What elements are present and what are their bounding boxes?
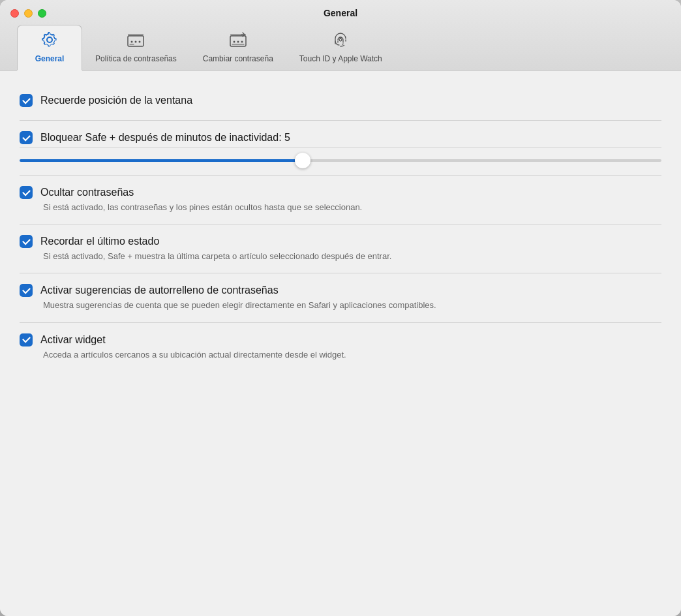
label-autofill: Activar sugerencias de autorrelleno de c… [40, 285, 279, 296]
svg-point-10 [339, 38, 342, 41]
svg-point-4 [139, 41, 141, 43]
setting-autofill-main: Activar sugerencias de autorrelleno de c… [20, 284, 661, 297]
setting-remember-position-main: Recuerde posición de la ventana [20, 94, 661, 107]
checkbox-autofill[interactable] [20, 284, 33, 297]
label-hide-passwords: Ocultar contraseñas [40, 187, 134, 198]
label-widget: Activar widget [40, 334, 106, 346]
setting-widget-main: Activar widget [20, 333, 661, 346]
tab-general-label: General [35, 54, 65, 63]
tab-general[interactable]: General [17, 25, 82, 70]
svg-point-7 [233, 41, 235, 43]
toolbar: General Política de contraseñas [10, 25, 671, 70]
window-title: General [324, 8, 357, 18]
label-lock-after: Bloquear Safe + después de minutos de in… [40, 132, 290, 144]
svg-point-2 [131, 41, 133, 43]
inactivity-slider[interactable] [20, 159, 661, 162]
setting-widget: Activar widget Acceda a artículos cercan… [20, 323, 661, 371]
checkbox-hide-passwords[interactable] [20, 186, 33, 199]
svg-rect-1 [128, 34, 144, 36]
password-policy-icon [126, 31, 145, 52]
tab-touch-id[interactable]: Touch ID y Apple Watch [286, 25, 395, 70]
setting-remember-position: Recuerde posición de la ventana [20, 84, 661, 121]
desc-hide-passwords: Si está activado, las contraseñas y los … [43, 202, 661, 213]
traffic-lights [10, 9, 46, 18]
change-password-icon [228, 31, 248, 52]
minimize-button[interactable] [24, 9, 33, 18]
svg-point-8 [237, 41, 239, 43]
tab-touch-id-label: Touch ID y Apple Watch [299, 54, 382, 63]
desc-widget: Acceda a artículos cercanos a su ubicaci… [43, 349, 661, 361]
desc-remember-state: Si está activado, Safe + muestra la últi… [43, 251, 661, 262]
setting-autofill: Activar sugerencias de autorrelleno de c… [20, 273, 661, 322]
title-bar: General General [0, 0, 681, 70]
checkbox-lock-after[interactable] [20, 131, 33, 144]
setting-lock-after-main: Bloquear Safe + después de minutos de in… [20, 131, 661, 144]
svg-point-9 [241, 41, 243, 43]
setting-remember-state-main: Recordar el último estado [20, 235, 661, 248]
main-window: General General [0, 0, 681, 616]
tab-change-password[interactable]: Cambiar contraseña [190, 25, 286, 70]
checkbox-remember-state[interactable] [20, 235, 33, 248]
svg-point-3 [135, 41, 137, 43]
settings-content: Recuerde posición de la ventana Bloquear… [0, 70, 681, 616]
maximize-button[interactable] [38, 9, 46, 18]
tab-password-policy[interactable]: Política de contraseñas [82, 25, 190, 70]
tab-password-policy-label: Política de contraseñas [95, 54, 177, 63]
setting-lock-after: Bloquear Safe + después de minutos de in… [20, 121, 661, 147]
setting-hide-passwords-main: Ocultar contraseñas [20, 186, 661, 199]
tab-change-password-label: Cambiar contraseña [203, 54, 273, 63]
slider-row [20, 147, 661, 176]
label-remember-position: Recuerde posición de la ventana [40, 95, 192, 106]
label-remember-state: Recordar el último estado [40, 236, 159, 247]
desc-autofill: Muestra sugerencias de cuenta que se pue… [43, 300, 661, 311]
close-button[interactable] [10, 9, 19, 18]
slider-container [20, 153, 661, 164]
checkbox-remember-position[interactable] [20, 94, 33, 107]
setting-remember-state: Recordar el último estado Si está activa… [20, 224, 661, 273]
gear-icon [40, 31, 59, 52]
setting-hide-passwords: Ocultar contraseñas Si está activado, la… [20, 176, 661, 224]
checkbox-widget[interactable] [20, 333, 33, 346]
fingerprint-icon [331, 31, 350, 52]
